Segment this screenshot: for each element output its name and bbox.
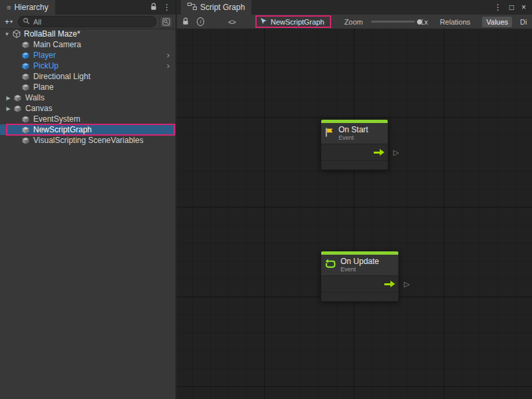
tab-script-graph[interactable]: Script Graph [181,0,251,15]
node-title: On Update [340,257,379,266]
kebab-menu-icon[interactable]: ⋮ [494,3,502,12]
hierarchy-toolbar: + ▾ [0,15,176,29]
foldout-open-icon[interactable]: ▼ [3,31,11,37]
node-footer [321,292,398,301]
hierarchy-tree: ▼ RollaBall Maze* Main Camera Player [0,29,176,399]
close-icon[interactable]: × [521,3,526,12]
node-on-update[interactable]: On Update Event ▷ [321,251,399,302]
tab-script-graph-label: Script Graph [200,3,245,12]
values-button[interactable]: Values [482,17,512,27]
hierarchy-item-plane[interactable]: Plane [0,82,176,92]
hierarchy-item-main-camera[interactable]: Main Camera [0,39,176,50]
window-controls: ⋮ □ × [494,0,532,15]
maximize-icon[interactable]: □ [509,3,514,12]
gameobject-cube-icon [21,40,31,50]
hierarchy-item-eventsystem[interactable]: EventSystem [0,114,176,124]
zoom-label: Zoom [344,18,363,26]
output-port-arrow-icon[interactable] [384,281,395,287]
tab-hierarchy-label: Hierarchy [14,3,48,12]
scene-root-row[interactable]: ▼ RollaBall Maze* [0,29,176,39]
node-title: On Start [338,126,368,134]
search-field[interactable] [18,16,156,27]
flag-icon [325,127,334,140]
unity-editor-window: ≡ Hierarchy ⋮ + ▾ [0,0,532,399]
tab-hierarchy[interactable]: ≡ Hierarchy [0,0,55,15]
node-port-row: ▷ [321,144,388,160]
search-icon [23,17,30,27]
gameobject-cube-icon [21,114,31,124]
lock-icon[interactable] [182,17,189,27]
plus-icon: + [5,17,9,27]
hierarchy-item-visualscripting-scenevariables[interactable]: VisualScripting SceneVariables [0,135,176,146]
scene-icon [11,29,21,39]
script-graph-tabbar: Script Graph ⋮ □ × [177,0,532,15]
prefab-chevron-icon[interactable]: › [167,63,170,69]
prefab-cube-icon [21,61,31,71]
node-subtitle: Event [338,134,368,141]
graph-name-button[interactable]: NewScriptGraph [271,18,325,26]
lock-icon[interactable] [150,3,157,13]
info-icon[interactable]: i [197,17,204,26]
gameobject-cube-icon [21,82,31,92]
hierarchy-item-canvas[interactable]: ▶ Canvas [0,103,176,114]
gameobject-cube-icon [21,72,31,82]
search-window-icon[interactable] [160,16,173,28]
script-graph-asset-icon [260,17,267,26]
output-connector-icon[interactable]: ▷ [394,148,399,157]
gameobject-cube-icon [13,93,23,103]
gameobject-cube-icon [21,125,31,135]
prefab-chevron-icon[interactable]: › [167,52,170,59]
search-input[interactable] [33,18,152,26]
caret-down-icon: ▾ [10,19,13,25]
hierarchy-tabbar: ≡ Hierarchy ⋮ [0,0,176,15]
output-connector-icon[interactable]: ▷ [404,280,410,289]
code-icon[interactable]: <> [228,18,235,26]
scene-name: RollaBall Maze* [24,29,80,39]
hierarchy-item-player[interactable]: Player › [0,50,176,61]
gameobject-cube-icon [13,104,23,114]
graph-canvas[interactable]: On Start Event ▷ On Update [177,29,532,399]
dim-button[interactable]: Di [520,18,527,26]
node-footer [321,160,388,170]
kebab-menu-icon[interactable]: ⋮ [163,3,171,12]
node-header: On Update Event [321,255,398,275]
prefab-cube-icon [21,51,31,61]
gameobject-cube-icon [21,136,31,146]
loop-icon [325,259,336,271]
hierarchy-panel: ≡ Hierarchy ⋮ + ▾ [0,0,176,399]
hierarchy-item-newscriptgraph[interactable]: NewScriptGraph [0,124,176,135]
hierarchy-tab-controls: ⋮ [150,0,176,15]
node-subtitle: Event [340,266,379,273]
node-on-start[interactable]: On Start Event ▷ [321,119,388,170]
script-graph-panel: Script Graph ⋮ □ × i <> NewScriptGraph Z… [177,0,532,399]
zoom-slider[interactable] [371,21,415,23]
hierarchy-item-walls[interactable]: ▶ Walls [0,92,176,103]
hierarchy-item-pickup[interactable]: PickUp › [0,61,176,71]
annotation-highlight: NewScriptGraph [255,15,331,28]
relations-button[interactable]: Relations [436,17,474,27]
panel-menu-icon: ≡ [7,3,11,11]
foldout-closed-icon[interactable]: ▶ [4,106,13,112]
foldout-closed-icon[interactable]: ▶ [4,95,13,101]
hierarchy-item-directional-light[interactable]: Directional Light [0,71,176,82]
add-object-button[interactable]: + ▾ [3,17,15,27]
zoom-slider-knob[interactable] [416,19,423,25]
node-port-row: ▷ [321,275,398,292]
output-port-arrow-icon[interactable] [374,149,384,156]
script-graph-toolbar: i <> NewScriptGraph Zoom 1x Relations Va… [177,15,532,29]
node-header: On Start Event [321,123,388,144]
graph-icon [188,3,197,12]
